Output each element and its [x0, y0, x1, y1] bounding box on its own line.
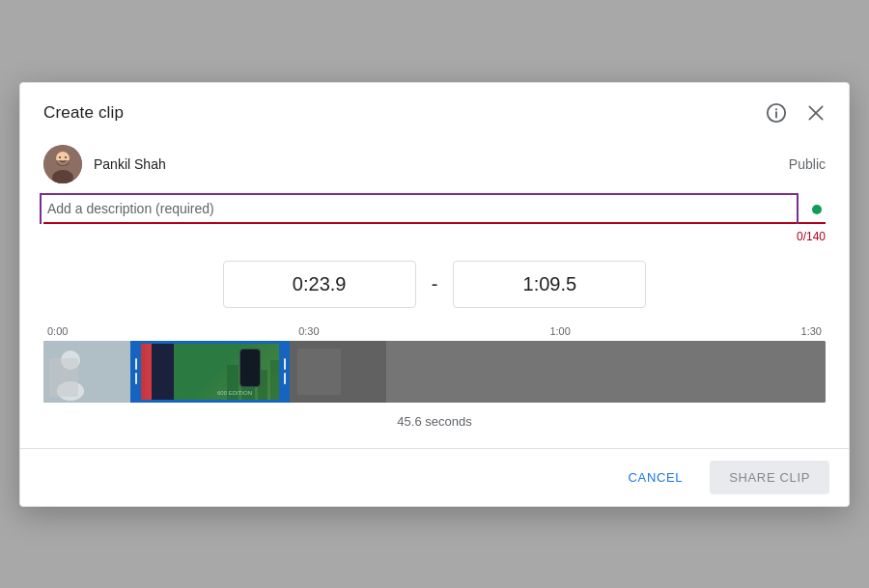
visibility-label: Public	[789, 156, 826, 172]
info-icon	[766, 102, 787, 124]
handle-line-4	[284, 373, 286, 384]
phone-img	[239, 349, 261, 387]
user-info: Pankil Shah	[43, 145, 166, 183]
time-separator: -	[432, 273, 438, 295]
close-icon	[806, 103, 826, 123]
filmstrip-container[interactable]: 600 EDITION	[43, 341, 826, 403]
time-start-value: 0:23.9	[293, 273, 347, 294]
user-row: Pankil Shah Public	[20, 137, 849, 195]
marker-1: 0:30	[298, 325, 319, 337]
handle-line-2	[135, 373, 137, 384]
description-input-wrapper	[43, 195, 826, 224]
right-trim-handle[interactable]	[279, 341, 290, 403]
left-handle-lines	[135, 358, 137, 384]
time-start-box[interactable]: 0:23.9	[223, 261, 416, 308]
avatar-svg	[43, 145, 82, 183]
dialog-overlay: Create clip	[0, 0, 869, 588]
time-range: 0:23.9 - 1:09.5	[20, 261, 849, 308]
segment-0-art	[43, 341, 130, 403]
filmstrip: 600 EDITION	[43, 341, 826, 403]
filmstrip-segment-2	[290, 341, 386, 403]
user-name: Pankil Shah	[94, 156, 166, 172]
svg-point-9	[65, 156, 67, 158]
dialog-header: Create clip	[20, 83, 849, 137]
svg-point-13	[57, 381, 84, 401]
handle-line-3	[284, 358, 286, 370]
share-clip-button[interactable]: SHARE CLIP	[710, 461, 829, 494]
marker-0: 0:00	[47, 325, 68, 337]
filmstrip-segment-end	[386, 341, 826, 403]
description-input[interactable]	[43, 195, 826, 224]
marker-3: 1:30	[801, 325, 822, 337]
time-end-value: 1:09.5	[523, 273, 577, 294]
segment-2-art	[290, 341, 386, 403]
dialog-title: Create clip	[43, 103, 124, 123]
timeline-markers: 0:00 0:30 1:00 1:30	[43, 325, 826, 337]
right-handle-lines	[284, 358, 286, 384]
filmstrip-segment-0	[43, 341, 130, 403]
avatar	[43, 145, 82, 183]
char-count: 0/140	[20, 228, 849, 243]
timeline-section: 0:00 0:30 1:00 1:30	[20, 325, 849, 429]
svg-point-2	[775, 108, 777, 110]
green-area	[174, 341, 290, 403]
duration-label: 45.6 seconds	[43, 414, 826, 429]
dialog-footer: CANCEL SHARE CLIP	[20, 448, 849, 506]
header-icons	[762, 98, 829, 127]
svg-rect-11	[43, 341, 130, 403]
dialog-scroll-area[interactable]: Pankil Shah Public 0/140 0:23.9 -	[20, 137, 849, 448]
time-end-box[interactable]: 1:09.5	[453, 261, 646, 308]
svg-rect-20	[297, 349, 341, 395]
info-button[interactable]	[762, 98, 791, 127]
create-clip-dialog: Create clip	[19, 82, 850, 507]
segment-end-art	[386, 341, 826, 403]
svg-rect-21	[386, 341, 826, 403]
filmstrip-segment-1: 600 EDITION	[130, 341, 290, 403]
green-dot-indicator	[812, 205, 822, 214]
description-section	[20, 195, 849, 224]
left-trim-handle[interactable]	[130, 341, 141, 403]
marker-2: 1:00	[549, 325, 570, 337]
handle-line-1	[135, 358, 137, 370]
svg-point-12	[61, 350, 80, 370]
close-button[interactable]	[802, 99, 829, 126]
svg-point-8	[59, 156, 61, 158]
cancel-button[interactable]: CANCEL	[613, 462, 699, 492]
